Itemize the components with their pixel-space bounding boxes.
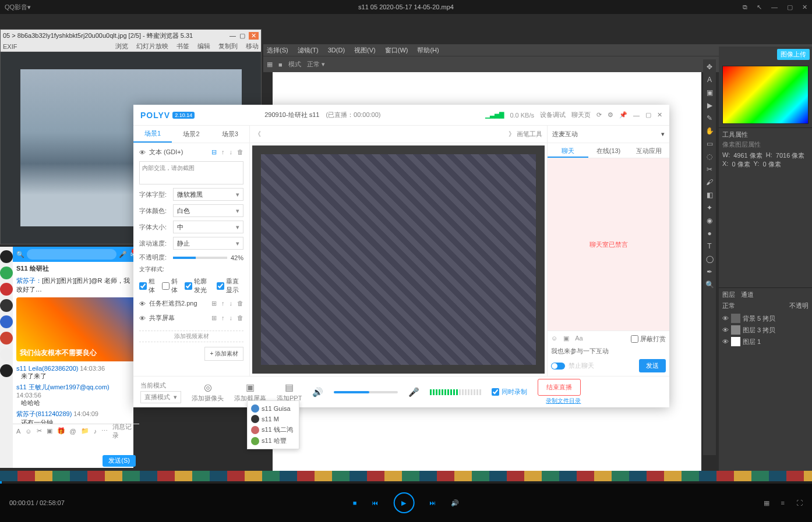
eye-icon[interactable]: 👁 xyxy=(722,315,729,322)
down-icon[interactable]: ↓ xyxy=(230,300,233,307)
brush-tool-icon[interactable]: ✎ xyxy=(705,114,714,123)
user-item[interactable]: s11 钱二鸿 xyxy=(248,424,299,435)
cursor-icon[interactable]: ↖ xyxy=(757,3,762,11)
chevron-down-icon[interactable]: ▾ xyxy=(27,3,31,11)
type-tool-icon[interactable]: T xyxy=(705,242,714,251)
refresh-icon[interactable]: ⟳ xyxy=(596,111,602,119)
folder-icon[interactable]: 📁 xyxy=(81,427,89,435)
collapse-left-icon[interactable]: 《 xyxy=(255,130,261,139)
chevron-down-icon[interactable]: ▾ xyxy=(661,130,665,138)
emoji-icon[interactable]: ☺ xyxy=(551,335,557,343)
qq-search-input[interactable] xyxy=(27,249,116,260)
color-swatch[interactable] xyxy=(722,66,809,124)
mic-icon[interactable]: 🎤 xyxy=(408,387,419,397)
eye-icon[interactable]: 👁 xyxy=(139,300,146,307)
eye-icon[interactable]: 👁 xyxy=(722,326,729,333)
blur-tool-icon[interactable]: ● xyxy=(705,229,714,239)
minimize-icon[interactable]: — xyxy=(633,112,640,119)
crop2-tool-icon[interactable]: ✂ xyxy=(705,165,714,175)
scissors-icon[interactable]: ✂ xyxy=(37,427,42,435)
tab-chat[interactable]: 聊天 xyxy=(548,143,588,158)
speaker-icon[interactable]: 🔊 xyxy=(312,387,323,397)
up-icon[interactable]: ↑ xyxy=(221,148,225,156)
close-icon[interactable]: ✕ xyxy=(249,32,259,40)
popout-icon[interactable]: ⧉ xyxy=(743,3,747,11)
next-icon[interactable]: ⏭ xyxy=(429,499,436,506)
text-tool-icon[interactable]: A xyxy=(705,76,714,85)
menu-filter[interactable]: 滤镜(T) xyxy=(298,46,319,55)
opacity-label[interactable]: 不透明 xyxy=(789,301,809,310)
add-capture[interactable]: ▣添加截屏幕 xyxy=(234,382,266,403)
maximize-icon[interactable]: ▢ xyxy=(645,111,651,119)
down-icon[interactable]: ↓ xyxy=(230,148,233,156)
pin-icon[interactable]: 📌 xyxy=(619,111,627,119)
record-dir-link[interactable]: 录制文件目录 xyxy=(546,397,581,405)
qq-group-title[interactable]: S11 绘研社 xyxy=(13,262,139,275)
qq-send-button[interactable]: 发送(S) xyxy=(103,455,136,467)
user-item[interactable]: s11 哈豐 xyxy=(248,435,299,446)
crop-tool-icon[interactable]: ▣ xyxy=(705,88,714,98)
marquee-tool-icon[interactable]: ▭ xyxy=(705,140,714,149)
minimize-icon[interactable]: — xyxy=(230,32,236,40)
expand-icon[interactable]: ⊞ xyxy=(211,314,217,322)
fullscreen-icon[interactable]: ⛶ xyxy=(796,499,803,507)
right-header-title[interactable]: 连麦互动 xyxy=(552,130,578,139)
align-icon[interactable]: ▦ xyxy=(267,61,273,68)
mode-select[interactable]: 直播模式▾ xyxy=(140,391,181,403)
send-button[interactable]: 发送 xyxy=(639,359,666,372)
stop-icon[interactable]: ■ xyxy=(353,499,357,506)
opacity-slider[interactable] xyxy=(173,257,227,259)
up-icon[interactable]: ↑ xyxy=(221,300,225,307)
eraser-tool-icon[interactable]: ◧ xyxy=(705,191,714,200)
qqplayer-app-name[interactable]: QQ影音 xyxy=(5,3,27,12)
upload-button[interactable]: 图像上传 xyxy=(777,49,810,60)
ban-chat-toggle[interactable] xyxy=(551,363,565,370)
prev-icon[interactable]: ⏮ xyxy=(372,499,378,506)
up-icon[interactable]: ↑ xyxy=(221,314,225,322)
lasso-tool-icon[interactable]: ◌ xyxy=(705,152,714,162)
eye-icon[interactable]: 👁 xyxy=(139,149,146,156)
iv-menu-bookmark[interactable]: 书签 xyxy=(176,42,189,51)
eye-icon[interactable]: 👁 xyxy=(139,315,146,322)
expand-icon[interactable]: ⊞ xyxy=(211,300,217,307)
snapshot-icon[interactable]: ▦ xyxy=(764,499,769,507)
qq-msg-list[interactable]: 紫苏子：[图片][图片][图片]@R 老师，我改好了… 我们仙友根本不需要良心 … xyxy=(13,275,139,424)
down-icon[interactable]: ↓ xyxy=(230,314,233,322)
preview-area[interactable] xyxy=(252,145,545,374)
layers-tab[interactable]: 图层 xyxy=(722,290,735,299)
close-icon[interactable]: ✕ xyxy=(802,3,807,11)
play-button[interactable]: ▶ xyxy=(393,492,414,513)
y-value[interactable]: 0 像素 xyxy=(762,160,781,169)
delete-icon[interactable]: 🗑 xyxy=(237,314,243,322)
speaker-slider[interactable] xyxy=(334,391,398,393)
user-item[interactable]: s11 M xyxy=(248,414,299,424)
source-name[interactable]: 任务栏遮挡2.png xyxy=(149,299,197,308)
add-camera[interactable]: ◎添加摄像头 xyxy=(192,382,224,403)
search-icon[interactable]: 🔍 xyxy=(16,251,24,258)
font-icon[interactable]: Aа xyxy=(575,335,582,343)
channels-tab[interactable]: 通道 xyxy=(741,290,754,299)
pen-tool-icon[interactable]: ✒ xyxy=(705,268,714,277)
add-video-link[interactable]: 添加视频素材 xyxy=(139,331,243,342)
iv-menu-copy[interactable]: 复制到 xyxy=(218,42,238,51)
layer-thumb[interactable] xyxy=(731,325,740,335)
qq-avatar-item[interactable] xyxy=(0,315,13,328)
scene-tab-1[interactable]: 场景1 xyxy=(133,126,172,143)
history-link[interactable]: 消息记录 xyxy=(112,422,136,440)
layer-thumb[interactable] xyxy=(731,314,740,323)
emoji-icon[interactable]: ☺ xyxy=(25,428,31,435)
blend-mode[interactable]: 正常 xyxy=(722,301,735,310)
layer-name[interactable]: 图层 3 拷贝 xyxy=(743,326,775,335)
eye-icon[interactable]: 👁 xyxy=(722,338,729,345)
wand-tool-icon[interactable]: ✦ xyxy=(705,204,714,213)
delete-icon[interactable]: 🗑 xyxy=(237,300,243,307)
move-tool-icon[interactable]: ✥ xyxy=(705,63,714,72)
tab-online[interactable]: 在线(13) xyxy=(588,143,629,158)
source-name[interactable]: 共享屏幕 xyxy=(149,314,175,322)
menu-3d[interactable]: 3D(D) xyxy=(328,47,345,54)
font-color-select[interactable]: 白色▾ xyxy=(173,204,243,217)
qq-avatar-item[interactable] xyxy=(0,267,13,279)
scene-tab-3[interactable]: 场景3 xyxy=(211,126,249,143)
layer-thumb[interactable] xyxy=(731,337,740,346)
collapse-icon[interactable]: ⊟ xyxy=(211,148,217,156)
